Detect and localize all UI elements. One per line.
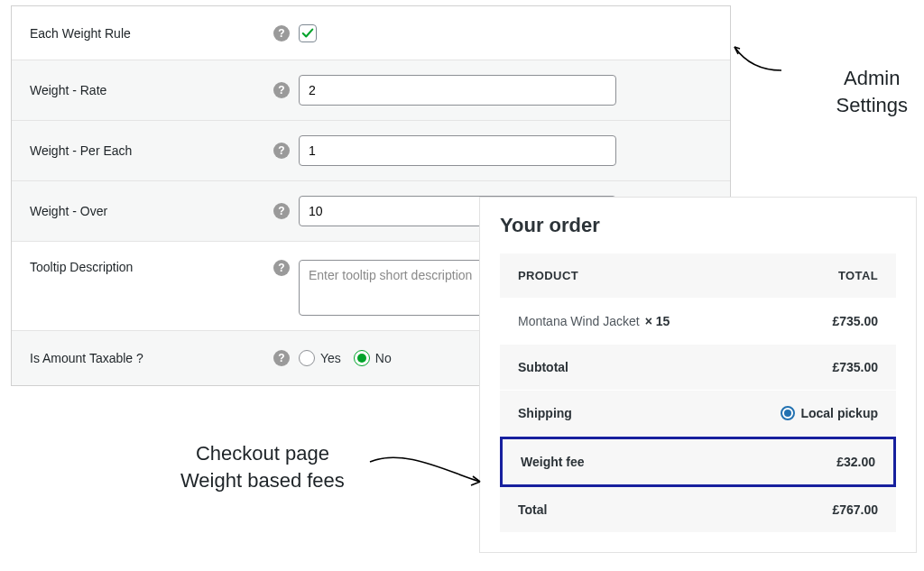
- shipping-local-pickup-radio[interactable]: [781, 406, 795, 420]
- label-is-taxable: Is Amount Taxable ?: [30, 351, 273, 365]
- order-shipping-row: Shipping Local pickup: [500, 391, 896, 437]
- total-label: Total: [518, 502, 547, 517]
- taxable-radio-group: Yes No: [299, 350, 392, 366]
- help-icon[interactable]: ?: [273, 25, 290, 41]
- order-product-row: Montana Wind Jacket × 15 £735.00: [500, 299, 896, 345]
- annotation-arrow-icon: [729, 40, 783, 76]
- order-subtotal-row: Subtotal £735.00: [500, 345, 896, 391]
- label-weight-rate: Weight - Rate: [30, 83, 273, 97]
- shipping-label: Shipping: [518, 406, 572, 420]
- taxable-no-radio[interactable]: No: [354, 350, 392, 366]
- each-weight-rule-checkbox[interactable]: [299, 24, 317, 42]
- taxable-no-label: No: [375, 351, 392, 365]
- order-header-total: TOTAL: [838, 269, 878, 282]
- label-weight-per-each: Weight - Per Each: [30, 143, 273, 158]
- product-total: £735.00: [832, 314, 878, 328]
- help-icon[interactable]: ?: [273, 260, 290, 276]
- product-name: Montana Wind Jacket: [518, 314, 640, 328]
- shipping-option-label: Local pickup: [800, 406, 878, 420]
- annotation-checkout: Checkout page Weight based fees: [180, 440, 345, 493]
- label-each-weight-rule: Each Weight Rule: [30, 26, 273, 41]
- annotation-arrow-icon: [368, 446, 485, 500]
- check-icon: [301, 27, 314, 40]
- taxable-yes-label: Yes: [320, 351, 341, 365]
- order-title: Your order: [500, 214, 896, 237]
- help-icon[interactable]: ?: [273, 203, 290, 219]
- weight-rate-input[interactable]: [299, 75, 616, 106]
- order-weight-fee-row: Weight fee £32.00: [500, 437, 896, 487]
- order-table: PRODUCT TOTAL Montana Wind Jacket × 15 £…: [500, 253, 896, 532]
- your-order-panel: Your order PRODUCT TOTAL Montana Wind Ja…: [479, 197, 917, 553]
- weight-fee-value: £32.00: [836, 455, 875, 469]
- row-weight-rate: Weight - Rate ?: [12, 60, 730, 121]
- product-qty: × 15: [645, 314, 670, 328]
- label-tooltip: Tooltip Description: [30, 260, 273, 274]
- label-weight-over: Weight - Over: [30, 204, 273, 218]
- order-header-row: PRODUCT TOTAL: [500, 253, 896, 299]
- weight-fee-label: Weight fee: [521, 455, 585, 469]
- weight-per-each-input[interactable]: [299, 135, 616, 166]
- order-total-row: Total £767.00: [500, 487, 896, 532]
- subtotal-label: Subtotal: [518, 360, 568, 374]
- row-each-weight-rule: Each Weight Rule ?: [12, 6, 730, 60]
- row-weight-per-each: Weight - Per Each ?: [12, 121, 730, 181]
- taxable-yes-radio[interactable]: Yes: [299, 350, 341, 366]
- help-icon[interactable]: ?: [273, 143, 290, 159]
- help-icon[interactable]: ?: [273, 350, 290, 366]
- total-value: £767.00: [832, 502, 878, 517]
- annotation-admin-settings: Admin Settings: [836, 65, 909, 118]
- help-icon[interactable]: ?: [273, 82, 290, 98]
- subtotal-value: £735.00: [832, 360, 878, 374]
- order-header-product: PRODUCT: [518, 269, 578, 282]
